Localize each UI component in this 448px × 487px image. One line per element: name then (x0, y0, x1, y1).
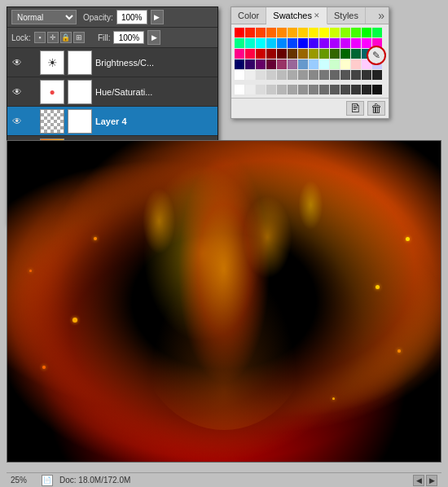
swatch-cell[interactable] (277, 38, 287, 48)
lock-all-btn[interactable]: 🔒 (60, 32, 72, 43)
swatch-cell[interactable] (298, 49, 308, 59)
grayscale-swatch-cell[interactable] (266, 85, 276, 94)
swatch-cell[interactable] (330, 28, 340, 37)
swatch-cell[interactable] (319, 28, 329, 37)
grayscale-swatch-cell[interactable] (288, 85, 297, 94)
swatch-cell[interactable] (277, 49, 287, 59)
swatch-cell[interactable] (351, 49, 361, 59)
swatch-cell[interactable] (340, 70, 350, 80)
grayscale-swatch-cell[interactable] (362, 85, 371, 94)
next-page-btn[interactable]: ▶ (426, 475, 437, 486)
fill-input[interactable]: 100% (113, 31, 144, 44)
grayscale-swatch-cell[interactable] (351, 85, 361, 94)
swatch-cell[interactable] (266, 49, 276, 59)
swatch-cell[interactable] (256, 38, 266, 48)
tab-swatches-close[interactable]: ✕ (314, 11, 320, 20)
swatch-cell[interactable] (298, 28, 308, 37)
swatch-cell[interactable] (309, 38, 318, 48)
opacity-input[interactable]: 100% (116, 10, 147, 24)
swatch-cell[interactable] (298, 70, 308, 80)
layer-row[interactable]: 👁 ● Hue/Saturati... (7, 77, 217, 107)
swatch-cell[interactable] (319, 38, 329, 48)
swatch-cell[interactable] (256, 49, 266, 59)
lock-artboard-btn[interactable]: ⊞ (73, 32, 85, 43)
swatch-cell[interactable] (330, 38, 340, 48)
delete-swatch-btn[interactable]: 🗑 (367, 101, 385, 116)
grayscale-swatch-cell[interactable] (245, 85, 255, 94)
prev-page-btn[interactable]: ◀ (413, 475, 424, 486)
swatch-cell[interactable] (309, 59, 318, 69)
swatch-cell[interactable] (235, 38, 244, 48)
swatch-cell[interactable] (266, 59, 276, 69)
swatch-cell[interactable] (266, 70, 276, 80)
swatch-cell[interactable] (256, 28, 266, 37)
swatch-cell[interactable] (288, 59, 297, 69)
swatch-cell[interactable] (288, 38, 297, 48)
swatch-cell[interactable] (266, 28, 276, 37)
swatch-cell[interactable] (266, 38, 276, 48)
swatch-cell[interactable] (245, 28, 255, 37)
swatch-cell[interactable] (372, 28, 382, 37)
swatch-cell[interactable] (277, 28, 287, 37)
swatch-cell[interactable] (372, 70, 382, 80)
swatch-cell[interactable] (235, 59, 244, 69)
swatch-cell[interactable] (330, 49, 340, 59)
swatch-cell[interactable] (319, 70, 329, 80)
swatch-cell[interactable] (351, 28, 361, 37)
swatch-cell[interactable] (256, 70, 266, 80)
swatch-cell[interactable] (362, 28, 371, 37)
swatches-pencil-btn[interactable]: ✎ (367, 46, 386, 65)
opacity-arrow[interactable]: ▶ (151, 10, 164, 24)
swatch-cell[interactable] (351, 70, 361, 80)
swatch-cell[interactable] (288, 28, 297, 37)
swatch-cell[interactable] (235, 70, 244, 80)
swatches-expand-btn[interactable]: » (374, 7, 389, 24)
new-swatch-btn[interactable]: 🖹 (346, 101, 364, 116)
grayscale-swatch-cell[interactable] (330, 85, 340, 94)
grayscale-swatch-cell[interactable] (277, 85, 287, 94)
swatch-cell[interactable] (362, 70, 371, 80)
swatch-cell[interactable] (288, 70, 297, 80)
layer-eye-icon[interactable]: 👁 (11, 86, 24, 99)
swatch-cell[interactable] (351, 59, 361, 69)
layer-row-selected[interactable]: 👁 Layer 4 (7, 107, 217, 136)
lock-position-btn[interactable]: ✛ (47, 32, 59, 43)
swatch-cell[interactable] (288, 49, 297, 59)
swatch-cell[interactable] (340, 59, 350, 69)
swatch-cell[interactable] (340, 28, 350, 37)
swatch-cell[interactable] (351, 38, 361, 48)
swatch-cell[interactable] (277, 70, 287, 80)
swatch-cell[interactable] (330, 59, 340, 69)
swatch-cell[interactable] (245, 38, 255, 48)
grayscale-swatch-cell[interactable] (340, 85, 350, 94)
swatch-cell[interactable] (277, 59, 287, 69)
grayscale-swatch-cell[interactable] (319, 85, 329, 94)
grayscale-swatch-cell[interactable] (372, 85, 382, 94)
layer-eye-icon[interactable]: 👁 (11, 56, 24, 69)
tab-swatches[interactable]: Swatches ✕ (266, 7, 327, 24)
swatch-cell[interactable] (245, 59, 255, 69)
grayscale-swatch-cell[interactable] (235, 85, 244, 94)
grayscale-swatch-cell[interactable] (298, 85, 308, 94)
swatch-cell[interactable] (330, 70, 340, 80)
swatch-cell[interactable] (245, 49, 255, 59)
lock-pixels-btn[interactable]: ▪ (34, 32, 46, 43)
status-doc-icon[interactable]: 📄 (42, 475, 53, 486)
swatch-cell[interactable] (309, 49, 318, 59)
fill-arrow[interactable]: ▶ (147, 30, 160, 45)
layer-eye-icon[interactable]: 👁 (11, 115, 24, 128)
swatch-cell[interactable] (298, 38, 308, 48)
tab-color[interactable]: Color (231, 7, 266, 24)
layer-row[interactable]: 👁 ☀ Brightness/C... (7, 48, 217, 77)
swatch-cell[interactable] (235, 49, 244, 59)
swatch-cell[interactable] (319, 59, 329, 69)
swatch-cell[interactable] (235, 28, 244, 37)
tab-styles[interactable]: Styles (327, 7, 366, 24)
swatch-cell[interactable] (245, 70, 255, 80)
swatch-cell[interactable] (309, 70, 318, 80)
swatch-cell[interactable] (256, 59, 266, 69)
swatch-cell[interactable] (319, 49, 329, 59)
grayscale-swatch-cell[interactable] (256, 85, 266, 94)
swatch-cell[interactable] (340, 38, 350, 48)
swatch-cell[interactable] (340, 49, 350, 59)
